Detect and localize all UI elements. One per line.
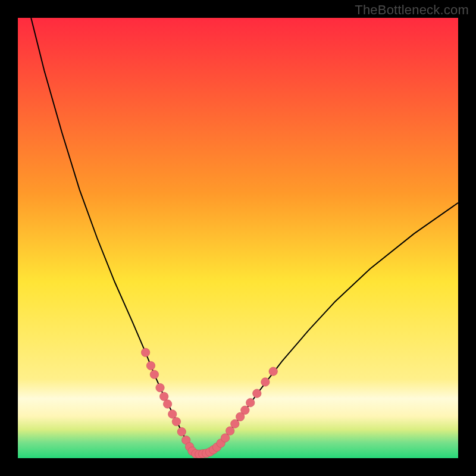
chart-svg [18, 18, 458, 458]
plot-area [18, 18, 458, 458]
data-point [172, 417, 180, 425]
data-point [163, 400, 171, 408]
data-point [159, 392, 168, 400]
data-point [231, 419, 239, 428]
data-point [253, 389, 261, 397]
data-point [269, 367, 277, 375]
data-point [146, 361, 155, 369]
data-point [241, 406, 249, 414]
data-point [141, 348, 149, 356]
data-point [261, 378, 270, 386]
chart-frame: TheBottleneck.com [0, 0, 476, 476]
data-point [177, 427, 186, 436]
data-point [150, 370, 158, 378]
data-point [246, 399, 255, 407]
data-point [168, 410, 177, 418]
data-point [156, 383, 164, 392]
watermark-text: TheBottleneck.com [355, 2, 469, 18]
gradient-background [18, 18, 458, 458]
